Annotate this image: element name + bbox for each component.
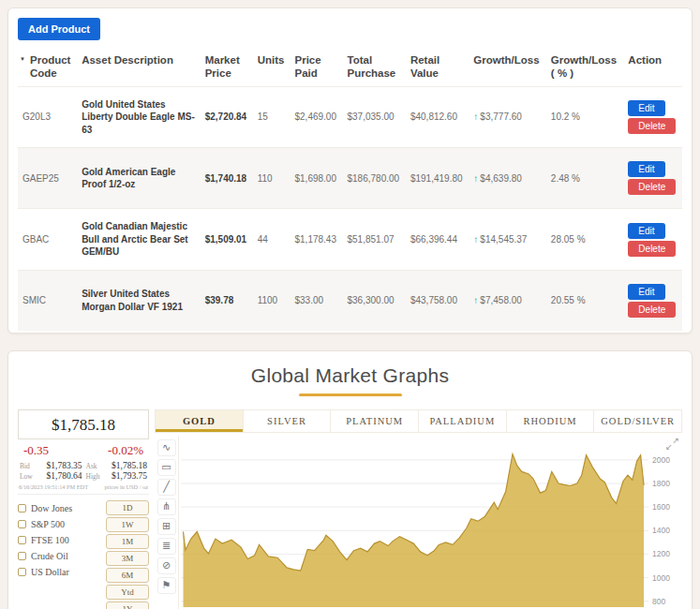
cell-product-code: GAEP25: [18, 148, 77, 209]
section-title: Global Market Graphs: [18, 364, 682, 387]
cell-price-paid: $2,469.00: [290, 86, 342, 148]
cell-action: Edit Delete: [623, 209, 682, 271]
range-button-1w[interactable]: 1W: [106, 517, 149, 532]
cell-growth-loss-pct: 10.2 %: [546, 86, 624, 148]
growth-up-icon: ↑: [473, 111, 478, 122]
cell-action: Edit Delete: [623, 270, 682, 331]
table-row: GAEP25 Gold American Eagle Proof 1/2-oz …: [18, 148, 682, 209]
col-action: Action: [623, 48, 682, 86]
title-underline: [299, 394, 402, 396]
line-tool-icon[interactable]: ╱: [157, 479, 176, 496]
overlay-label: Dow Jones: [31, 503, 72, 513]
tab-silver[interactable]: SILVER: [244, 410, 332, 432]
range-button-1d[interactable]: 1D: [106, 500, 149, 515]
overlay-checkbox-us-dollar[interactable]: US Dollar: [18, 567, 100, 577]
sort-desc-icon: ▼: [20, 56, 25, 64]
overlay-checkbox-ftse-100[interactable]: FTSE 100: [18, 535, 100, 545]
delete-button[interactable]: Delete: [628, 118, 676, 134]
stock-tools-toolbar: ∿▭╱⋔⊞≣⊘⚑↧∧∨: [155, 437, 179, 609]
cell-growth-loss-pct: 2.48 %: [546, 148, 624, 209]
cell-action: Edit Delete: [623, 148, 682, 209]
bid-label: Bid: [20, 462, 34, 470]
annotate-label-icon[interactable]: ▭: [157, 459, 176, 476]
cell-asset-description: Gold Canadian Majestic Bull and Arctic B…: [77, 209, 201, 271]
col-total-purchase[interactable]: Total Purchase: [342, 48, 405, 86]
cell-market-price: $2,720.84: [201, 86, 253, 148]
flags-icon[interactable]: ⚑: [157, 577, 176, 594]
toggle-annotations-icon[interactable]: ⊘: [157, 557, 176, 574]
checkbox-icon[interactable]: [18, 520, 26, 528]
tab-gold[interactable]: GOLD: [156, 410, 244, 432]
cell-asset-description: Gold United States Liberty Double Eagle …: [77, 86, 201, 148]
growth-up-icon: ↑: [473, 295, 478, 305]
checkbox-icon[interactable]: [18, 536, 26, 544]
metal-tabs: GOLDSILVERPLATINUMPALLADIUMRHODIUMGOLD/S…: [155, 409, 682, 433]
tab-rhodium[interactable]: RHODIUM: [507, 410, 595, 432]
overlay-label: Crude Oil: [31, 551, 68, 561]
cell-market-price: $1,509.01: [201, 209, 253, 271]
col-growth-loss[interactable]: Growth/Loss: [469, 48, 546, 86]
edit-button[interactable]: Edit: [628, 100, 664, 116]
col-growth-loss-pct[interactable]: Growth/Loss ( % ): [546, 48, 624, 86]
range-button-1y[interactable]: 1Y: [106, 602, 149, 609]
tab-gold-silver[interactable]: GOLD/SILVER: [594, 410, 681, 432]
overlay-checkbox-crude-oil[interactable]: Crude Oil: [18, 551, 100, 561]
edit-button[interactable]: Edit: [628, 284, 664, 300]
bid-value: $1,783.35: [34, 461, 82, 470]
tab-platinum[interactable]: PLATINUM: [331, 410, 419, 432]
cell-growth-loss-pct: 28.05 %: [546, 209, 624, 271]
high-label: High: [82, 472, 99, 481]
col-retail-value[interactable]: Retail Value: [406, 48, 469, 86]
checkbox-icon[interactable]: [18, 568, 26, 576]
delete-button[interactable]: Delete: [628, 179, 676, 195]
cell-retail-value: $43,758.00: [406, 270, 469, 331]
vertical-lines-icon[interactable]: ≣: [157, 538, 176, 555]
range-button-3m[interactable]: 3M: [106, 551, 149, 566]
cell-price-paid: $1,698.00: [290, 148, 342, 209]
range-button-1m[interactable]: 1M: [106, 534, 149, 549]
range-button-ytd[interactable]: Ytd: [106, 585, 149, 600]
cell-growth-loss: ↑$3,777.60: [469, 86, 546, 148]
col-product-code[interactable]: ▼Product Code: [18, 48, 77, 86]
overlay-checkbox-s-p-500[interactable]: S&P 500: [18, 519, 100, 529]
cell-product-code: GBAC: [18, 209, 77, 271]
delete-button[interactable]: Delete: [628, 241, 676, 257]
edit-button[interactable]: Edit: [628, 223, 664, 239]
overlay-label: S&P 500: [31, 519, 65, 529]
crooked-line-icon[interactable]: ⋔: [157, 498, 176, 515]
cell-units: 1100: [253, 270, 290, 331]
overlay-checkbox-dow-jones[interactable]: Dow Jones: [18, 503, 100, 513]
cell-total-purchase: $36,300.00: [342, 270, 405, 331]
cell-market-price: $39.78: [201, 270, 253, 331]
fullscreen-icon[interactable]: ↗ ↙: [665, 438, 679, 451]
add-product-button[interactable]: Add Product: [18, 18, 100, 40]
low-value: $1,780.64: [34, 471, 82, 481]
cell-price-paid: $33.00: [290, 270, 342, 331]
col-market-price[interactable]: Market Price: [201, 48, 253, 86]
cell-product-code: SMIC: [18, 270, 77, 331]
cell-market-price: $1,740.18: [201, 148, 253, 209]
growth-up-icon: ↑: [473, 173, 478, 184]
growth-up-icon: ↑: [473, 234, 478, 245]
delete-button[interactable]: Delete: [628, 302, 676, 318]
tab-palladium[interactable]: PALLADIUM: [419, 410, 507, 432]
col-price-paid[interactable]: Price Paid: [290, 48, 342, 86]
checkbox-icon[interactable]: [18, 504, 26, 512]
cell-retail-value: $40,812.60: [406, 86, 469, 148]
portfolio-table: ▼Product Code Asset Description Market P…: [18, 48, 682, 331]
svg-text:1200: 1200: [652, 549, 670, 558]
market-card: Global Market Graphs $1,785.18 -0.35 -0.…: [7, 350, 693, 609]
cell-price-paid: $1,178.43: [290, 209, 342, 271]
checkbox-icon[interactable]: [18, 552, 26, 560]
low-label: Low: [20, 472, 34, 481]
cell-retail-value: $191,419.80: [406, 148, 469, 209]
indicators-icon[interactable]: ∿: [157, 439, 176, 456]
col-units[interactable]: Units: [253, 48, 290, 86]
overlay-label: US Dollar: [31, 567, 69, 577]
col-asset-description[interactable]: Asset Description: [77, 48, 201, 86]
svg-text:800: 800: [652, 596, 665, 605]
range-button-6m[interactable]: 6M: [106, 568, 149, 583]
gold-price-chart[interactable]: 8001000120014001600180020002014201520162…: [179, 437, 682, 609]
edit-button[interactable]: Edit: [628, 161, 664, 177]
measure-icon[interactable]: ⊞: [157, 518, 176, 535]
